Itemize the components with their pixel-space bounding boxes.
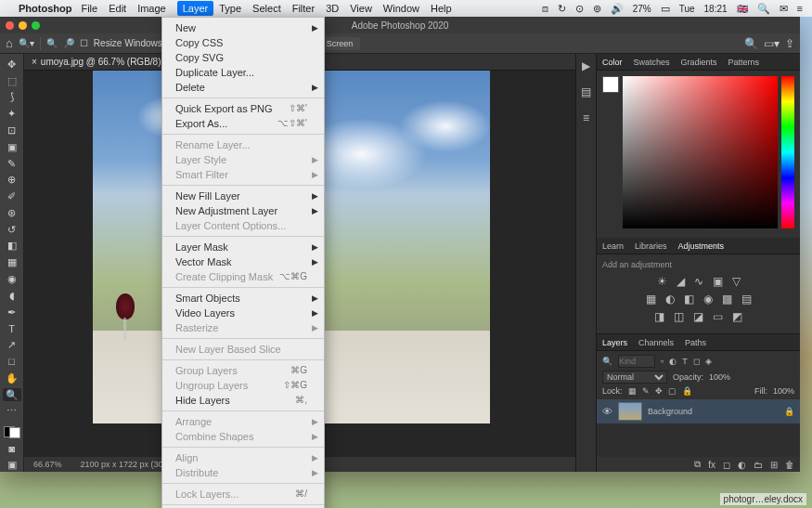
kind-filter[interactable] [618,355,655,368]
stamp-tool[interactable]: ⊛ [3,206,21,220]
menu-item-new[interactable]: New▶ [162,20,324,35]
menu-item-new-fill-layer[interactable]: New Fill Layer▶ [162,189,324,203]
invert-icon[interactable]: ◨ [654,310,664,323]
lock-artboard-icon[interactable]: ▢ [668,386,677,396]
posterize-icon[interactable]: ◫ [674,310,684,323]
tab-channels[interactable]: Channels [638,338,674,347]
tab-patterns[interactable]: Patterns [728,58,760,67]
lasso-tool[interactable]: ⟆ [3,91,21,105]
status-zoom[interactable]: 66.67% [33,460,62,469]
frame-tool[interactable]: ▣ [3,140,21,154]
fill-adj-icon[interactable]: ◐ [738,460,746,470]
menu-item-hide-layers[interactable]: Hide Layers⌘, [162,393,324,408]
menu-window[interactable]: Window [383,3,419,14]
tab-swatches[interactable]: Swatches [634,58,670,67]
layer-lock-icon[interactable]: 🔒 [784,407,794,416]
screenmode-tool[interactable]: ▣ [3,458,21,472]
dropbox-icon[interactable]: ⧈ [542,3,548,15]
blend-mode-select[interactable]: Normal [602,371,667,384]
layer-item-background[interactable]: 👁 Background 🔒 [597,399,800,423]
lock-all-icon[interactable]: 🔒 [682,386,692,396]
tab-libraries[interactable]: Libraries [635,241,667,251]
workspace-icon[interactable]: ▭▾ [764,37,780,50]
menu-edit[interactable]: Edit [109,3,126,14]
play-icon[interactable]: ▶ [582,59,590,72]
quickmask-tool[interactable]: ◙ [3,441,21,455]
search-icon[interactable]: 🔍 [757,3,770,15]
volume-icon[interactable]: 🔊 [611,3,624,15]
zoom-tool-icon[interactable]: 🔍▾ [19,38,34,48]
minimize-button[interactable] [19,21,27,30]
crop-tool[interactable]: ⊡ [3,124,21,137]
wifi-icon[interactable]: ⊚ [593,3,601,15]
gradient-tool[interactable]: ▦ [3,255,21,269]
path-tool[interactable]: ↗ [3,338,21,352]
color-swatches[interactable] [4,426,20,438]
doc-tab-close-icon[interactable]: × [32,57,37,67]
menu-extra-icon[interactable]: ≡ [797,3,803,14]
pen-tool[interactable]: ✒ [3,306,21,319]
menu-item-copy-css[interactable]: Copy CSS [162,35,324,50]
exposure-icon[interactable]: ▣ [713,275,723,288]
brightness-icon[interactable]: ☀ [657,275,667,288]
gradientmap-icon[interactable]: ▭ [713,310,723,323]
lang-icon[interactable]: 🇬🇧 [737,4,748,14]
brush-tool[interactable]: ✐ [3,189,21,203]
eyedropper-tool[interactable]: ✎ [3,157,21,171]
bw-icon[interactable]: ◧ [684,293,694,306]
tab-color[interactable]: Color [602,58,623,67]
type-tool[interactable]: T [3,322,21,336]
wand-tool[interactable]: ✦ [3,107,21,121]
hue-icon[interactable]: ▦ [646,293,656,306]
close-button[interactable] [6,21,14,30]
layer-thumbnail[interactable] [618,402,642,421]
filter-img-icon[interactable]: ▫ [661,357,664,366]
more-tools[interactable]: ⋯ [3,404,21,418]
levels-icon[interactable]: ◢ [677,275,685,288]
lock-pos-icon[interactable]: ✥ [655,386,663,396]
hue-slider[interactable] [781,76,794,228]
new-layer-icon[interactable]: ⊞ [770,460,778,470]
foreground-swatch[interactable] [602,76,619,93]
tab-paths[interactable]: Paths [685,338,706,347]
blur-tool[interactable]: ◉ [3,272,21,286]
threshold-icon[interactable]: ◪ [693,310,703,323]
search-ps-icon[interactable]: 🔍 [744,37,758,50]
move-tool[interactable]: ✥ [3,58,21,72]
menu-item-vector-mask[interactable]: Vector Mask▶ [162,254,324,269]
dodge-tool[interactable]: ◖ [3,289,21,303]
colorbalance-icon[interactable]: ◐ [665,293,675,306]
properties-icon[interactable]: ≡ [583,111,589,124]
lock-trans-icon[interactable]: ▦ [628,386,637,396]
history-brush-tool[interactable]: ↺ [3,223,21,237]
maximize-button[interactable] [32,21,40,30]
filter-type-icon[interactable]: T [682,357,688,366]
marquee-tool[interactable]: ⬚ [3,74,21,88]
sync-icon[interactable]: ↻ [558,3,566,15]
zoom-out-icon[interactable]: 🔎 [63,38,74,48]
channelmixer-icon[interactable]: ▩ [722,293,732,306]
hand-tool[interactable]: ✋ [3,371,21,385]
menu-item-delete[interactable]: Delete▶ [162,80,324,95]
menu-item-copy-svg[interactable]: Copy SVG [162,50,324,65]
menu-view[interactable]: View [350,3,372,14]
vibrance-icon[interactable]: ▽ [732,275,741,288]
menu-layer[interactable]: Layer [177,1,214,16]
menu-item-duplicate-layer-[interactable]: Duplicate Layer... [162,65,324,80]
lock-pixel-icon[interactable]: ✎ [642,386,650,396]
filter-smart-icon[interactable]: ◈ [705,357,712,366]
menu-item-export-as-[interactable]: Export As...⌥⇧⌘' [162,116,324,131]
tab-adjustments[interactable]: Adjustments [678,241,725,251]
tab-gradients[interactable]: Gradients [681,58,717,67]
menu-type[interactable]: Type [219,3,241,14]
filter-shape-icon[interactable]: ◻ [693,357,700,366]
menu-item-layer-mask[interactable]: Layer Mask▶ [162,240,324,254]
menu-filter[interactable]: Filter [292,3,315,14]
selectivecolor-icon[interactable]: ◩ [732,310,742,323]
resize-checkbox[interactable]: ☐ [80,38,88,48]
menu-select[interactable]: Select [252,3,281,14]
menu-image[interactable]: Image [137,3,166,14]
menu-item-quick-export-as-png[interactable]: Quick Export as PNG⇧⌘' [162,101,324,116]
menu-3d[interactable]: 3D [326,3,339,14]
visibility-icon[interactable]: 👁 [602,406,612,417]
